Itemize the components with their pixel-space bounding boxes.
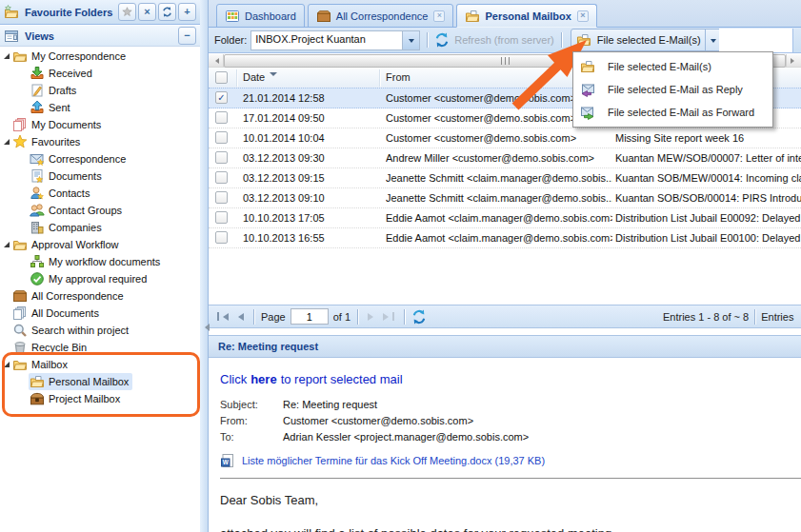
refresh-panel-button[interactable] bbox=[158, 3, 176, 21]
add-favourite-button[interactable]: + bbox=[178, 3, 196, 21]
column-header-date[interactable]: Date bbox=[243, 68, 277, 88]
recycle-bin-icon bbox=[12, 340, 28, 355]
row-checkbox[interactable] bbox=[215, 151, 228, 164]
sidebar-item-sent[interactable]: Sent bbox=[0, 99, 200, 116]
tab-label: Personal Mailbox bbox=[485, 10, 571, 22]
column-header-from[interactable]: From bbox=[386, 68, 411, 88]
collapse-left-icon[interactable] bbox=[201, 324, 210, 331]
scroll-right-icon[interactable] bbox=[786, 54, 801, 67]
sidebar-item-all-documents[interactable]: All Documents bbox=[0, 305, 200, 322]
folder-page-icon bbox=[580, 59, 595, 74]
sidebar-item-approval-workflow[interactable]: Approval Workflow bbox=[0, 236, 200, 253]
tree-expander-icon[interactable] bbox=[4, 242, 10, 247]
row-checkbox[interactable] bbox=[215, 211, 228, 224]
cell-from: Eddie Aamot <claim.manager@demo.sobis.co… bbox=[386, 208, 612, 227]
documents-blue-icon bbox=[12, 305, 28, 321]
sidebar-item-mailbox[interactable]: Mailbox bbox=[0, 356, 200, 373]
row-checkbox[interactable] bbox=[215, 191, 228, 204]
page-label: Page bbox=[261, 311, 286, 323]
email-row[interactable]: 10.01.2014 10:04Customer <customer@demo.… bbox=[209, 128, 801, 148]
mail-body-line: attached you will find a list of possibl… bbox=[220, 526, 801, 532]
email-row[interactable]: 10.10.2013 16:55Eddie Aamot <claim.manag… bbox=[209, 228, 801, 248]
folder-combobox[interactable]: INBOX.Project Kuantan bbox=[250, 30, 420, 50]
favourite-star-button[interactable] bbox=[118, 3, 136, 21]
last-page-button[interactable] bbox=[383, 312, 394, 321]
collapse-views-button[interactable]: − bbox=[178, 27, 196, 45]
cell-date: 03.12.2013 09:15 bbox=[243, 168, 381, 187]
tree-expander-icon[interactable] bbox=[4, 139, 10, 145]
row-checkbox[interactable] bbox=[215, 171, 228, 184]
menu-item-file-selected-e-mail-as-reply[interactable]: File selected E-Mail as Reply bbox=[573, 78, 772, 101]
sidebar-item-my-approval-required[interactable]: My approval required bbox=[0, 270, 200, 287]
email-row[interactable]: 03.12.2013 09:10Jeanette Schmitt <claim.… bbox=[209, 188, 801, 208]
tree-expander-icon[interactable] bbox=[4, 53, 10, 59]
tab-label: All Correspondence bbox=[336, 10, 429, 22]
refresh-from-server-button[interactable]: Refresh (from server) bbox=[434, 32, 554, 48]
combo-dropdown-icon[interactable] bbox=[402, 31, 419, 49]
row-checkbox[interactable] bbox=[215, 131, 228, 144]
tree-expander-icon[interactable] bbox=[4, 362, 10, 367]
sidebar-item-my-workflow-documents[interactable]: My workflow documents bbox=[0, 253, 200, 270]
sidebar-item-received[interactable]: Received bbox=[0, 65, 200, 82]
next-page-button[interactable] bbox=[368, 313, 377, 321]
menu-item-label: File selected E-Mail(s) bbox=[608, 61, 711, 72]
attachment-link[interactable]: Liste möglicher Termine für das Kick Off… bbox=[242, 455, 545, 466]
scroll-left-icon[interactable] bbox=[209, 54, 224, 67]
sidebar-item-contacts[interactable]: Contacts bbox=[0, 185, 200, 202]
sidebar-item-my-documents[interactable]: My Documents bbox=[0, 116, 200, 133]
sidebar-item-my-correspondence[interactable]: My Correspondence bbox=[0, 48, 200, 65]
sidebar-item-companies[interactable]: Companies bbox=[0, 219, 200, 236]
row-checkbox[interactable] bbox=[215, 111, 228, 124]
row-checkbox[interactable]: ✓ bbox=[215, 91, 228, 104]
close-panel-button[interactable]: × bbox=[138, 3, 156, 21]
company-icon bbox=[30, 220, 45, 235]
tab-label: Dashboard bbox=[245, 10, 296, 22]
file-selected-email-button[interactable]: File selected E-Mail(s) bbox=[571, 29, 722, 51]
menu-item-file-selected-e-mail-as-forward[interactable]: File selected E-Mail as Forward bbox=[573, 101, 772, 124]
sidebar-item-recycle-bin[interactable]: Recycle Bin bbox=[0, 339, 200, 356]
sidebar-item-personal-mailbox[interactable]: Personal Mailbox bbox=[0, 373, 200, 390]
tab-personal-mailbox[interactable]: Personal Mailbox× bbox=[456, 4, 596, 28]
sidebar-item-project-mailbox[interactable]: Project Mailbox bbox=[0, 390, 200, 407]
refresh-list-icon[interactable] bbox=[411, 309, 427, 325]
archive-box-icon bbox=[12, 288, 28, 304]
open-folder-icon bbox=[12, 357, 28, 372]
attachment-row: W Liste möglicher Termine für das Kick O… bbox=[220, 453, 801, 468]
documents-red-icon bbox=[12, 117, 28, 132]
sidebar-item-correspondence[interactable]: Correspondence bbox=[0, 150, 200, 167]
project-chest-icon bbox=[30, 391, 45, 406]
cell-date: 10.01.2014 10:04 bbox=[243, 128, 381, 148]
close-tab-icon[interactable]: × bbox=[577, 10, 589, 22]
sidebar-item-label: Documents bbox=[49, 170, 102, 182]
views-header: Views − bbox=[0, 26, 200, 47]
sidebar-item-favourites[interactable]: Favourites bbox=[0, 133, 200, 150]
to-field: To:Adrian Kessler <project.manager@demo.… bbox=[220, 429, 801, 445]
file-folder-icon bbox=[576, 32, 591, 48]
sidebar-item-contact-groups[interactable]: Contact Groups bbox=[0, 202, 200, 219]
page-number-input[interactable] bbox=[290, 308, 329, 325]
row-checkbox[interactable] bbox=[215, 231, 228, 244]
sidebar-item-label: Sent bbox=[49, 102, 70, 113]
archive-box-icon bbox=[316, 9, 331, 24]
sidebar-item-label: Project Mailbox bbox=[49, 393, 120, 404]
sidebar-item-documents[interactable]: Documents bbox=[0, 167, 200, 185]
sidebar-item-drafts[interactable]: Drafts bbox=[0, 82, 200, 99]
previous-page-button[interactable] bbox=[234, 313, 244, 321]
tab-dashboard[interactable]: Dashboard bbox=[216, 4, 305, 28]
from-field: From:Customer <customer@demo.sobis.com> bbox=[220, 413, 801, 429]
email-row[interactable]: 03.12.2013 09:30Andrew Miller <customer@… bbox=[209, 148, 801, 168]
menu-item-file-selected-e-mail-s[interactable]: File selected E-Mail(s) bbox=[573, 55, 772, 78]
first-page-button[interactable] bbox=[217, 312, 229, 321]
sidebar-item-label: All Documents bbox=[31, 307, 99, 319]
sidebar-item-search-within-project[interactable]: Search within project bbox=[0, 322, 200, 339]
toolbar-separator bbox=[427, 32, 428, 48]
sidebar-item-all-correspondence[interactable]: All Correspondence bbox=[0, 287, 200, 305]
close-tab-icon[interactable]: × bbox=[433, 10, 445, 22]
report-here-link[interactable]: here bbox=[250, 372, 276, 386]
email-row[interactable]: 10.10.2013 17:05Eddie Aamot <claim.manag… bbox=[209, 208, 801, 228]
folder-page-icon bbox=[465, 9, 480, 24]
select-all-checkbox[interactable] bbox=[215, 71, 228, 84]
panel-splitter[interactable] bbox=[200, 0, 208, 532]
email-row[interactable]: 03.12.2013 09:15Jeanette Schmitt <claim.… bbox=[209, 168, 801, 188]
tab-all-correspondence[interactable]: All Correspondence× bbox=[308, 4, 454, 28]
